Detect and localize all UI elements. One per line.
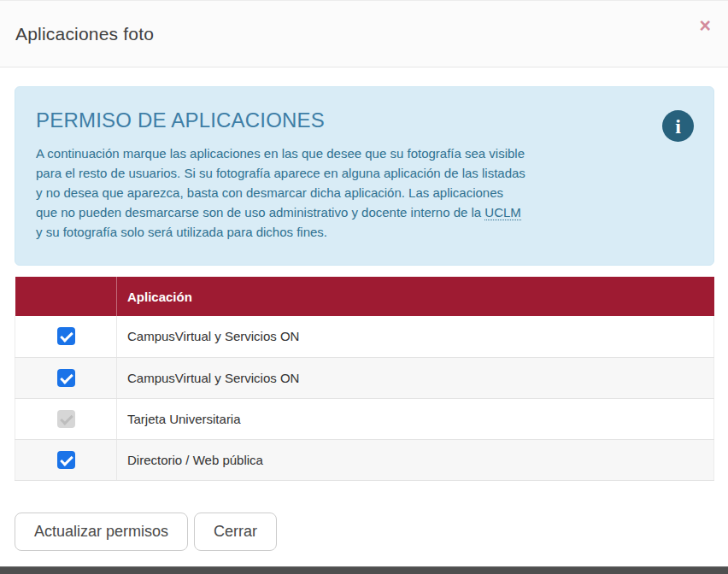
table-row: Directorio / Web pública [15, 439, 714, 480]
photo-applications-modal: Aplicaciones foto × PERMISO DE APLICACIO… [0, 0, 728, 574]
application-label: Directorio / Web pública [117, 439, 714, 480]
description-text-after: y su fotografía solo será utilizada para… [36, 225, 327, 239]
checkbox-checked[interactable] [57, 369, 75, 387]
checkbox-cell [15, 357, 117, 398]
application-label: Tarjeta Universitaria [117, 398, 714, 439]
application-label: CampusVirtual y Servicios ON [117, 357, 714, 398]
panel-description: A continuación marque las aplicaciones e… [36, 144, 527, 242]
update-permissions-button[interactable]: Actualizar permisos [15, 512, 188, 551]
checkbox-cell [15, 316, 117, 357]
close-icon[interactable]: × [696, 13, 714, 39]
description-text-before: A continuación marque las aplicaciones e… [36, 146, 525, 220]
modal-body: PERMISO DE APLICACIONES i A continuación… [0, 67, 728, 551]
table-row: CampusVirtual y Servicios ON [15, 316, 714, 357]
modal-header: Aplicaciones foto × [0, 1, 728, 67]
applications-table: Aplicación CampusVirtual y Servicios ONC… [15, 277, 714, 481]
checkbox-checked[interactable] [57, 451, 75, 469]
panel-heading: PERMISO DE APLICACIONES [36, 108, 693, 132]
table-row: Tarjeta Universitaria [15, 398, 714, 439]
page-bottom-bar [0, 566, 728, 574]
checkbox-disabled-checked [57, 410, 75, 428]
checkbox-cell [15, 439, 117, 480]
table-head: Aplicación [15, 277, 714, 316]
permissions-info-panel: PERMISO DE APLICACIONES i A continuación… [15, 86, 714, 266]
close-button[interactable]: Cerrar [194, 512, 277, 551]
action-buttons: Actualizar permisos Cerrar [15, 512, 714, 551]
table-body: CampusVirtual y Servicios ONCampusVirtua… [15, 316, 714, 480]
checkbox-checked[interactable] [57, 327, 75, 345]
uclm-link[interactable]: UCLM [484, 205, 521, 220]
modal-title: Aplicaciones foto [15, 24, 154, 44]
checkbox-cell [15, 398, 117, 439]
application-column-header: Aplicación [117, 277, 714, 316]
info-icon: i [662, 110, 694, 142]
application-label: CampusVirtual y Servicios ON [117, 316, 714, 357]
checkbox-column-header [15, 277, 117, 316]
table-row: CampusVirtual y Servicios ON [15, 357, 714, 398]
